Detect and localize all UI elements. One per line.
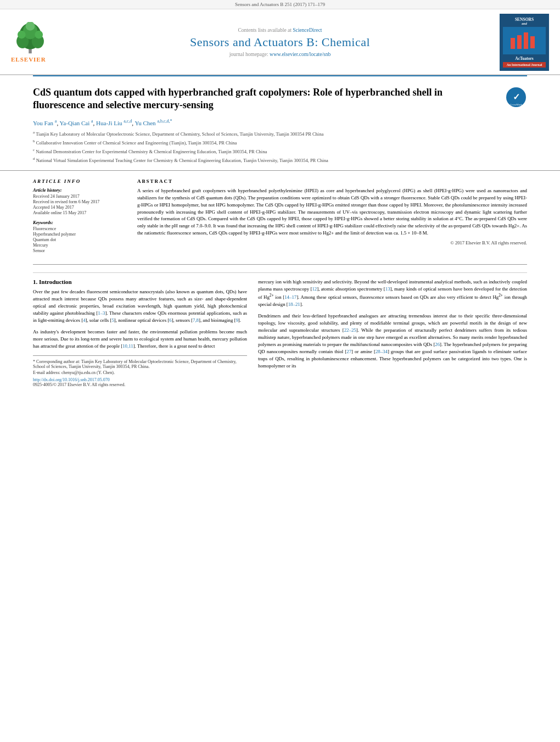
received-revised-date: Received in revised form 6 May 2017 — [33, 199, 126, 204]
article-title: CdS quantum dots capped with hyperbranch… — [33, 86, 497, 112]
affiliation-d: d National Virtual Simulation Experiment… — [33, 157, 527, 164]
sensors-logo: SENSORS and AcTuators An International J… — [500, 14, 549, 71]
ref-14-17[interactable]: 14–17 — [284, 294, 296, 300]
footnote-area: * Corresponding author at: Tianjin Key L… — [33, 355, 247, 387]
article-title-row: CdS quantum dots capped with hyperbranch… — [33, 86, 527, 112]
two-col-layout: 1. Introduction Over the past few decade… — [33, 278, 527, 387]
article-body: ARTICLE INFO Article history: Received 2… — [0, 171, 560, 393]
page: Sensors and Actuators B 251 (2017) 171–1… — [0, 0, 560, 742]
sciencedirect-prefix: Contents lists available at — [238, 27, 293, 33]
sensors-bottom-bar: An International Journal — [503, 62, 546, 68]
available-date: Available online 15 May 2017 — [33, 210, 126, 215]
ref-4[interactable]: 4 — [83, 317, 85, 323]
sciencedirect-link: Contents lists available at ScienceDirec… — [71, 27, 489, 33]
sensors-top-text: SENSORS — [503, 17, 546, 22]
sensors-icon-area — [503, 27, 546, 54]
affiliation-c-text: National Demonstration Center for Experi… — [36, 149, 267, 154]
svg-rect-11 — [530, 36, 535, 48]
keyword-4: Mercury — [33, 243, 126, 248]
doi-link[interactable]: http://dx.doi.org/10.1016/j.snb.2017.05.… — [33, 377, 110, 382]
ref-27[interactable]: 27 — [346, 349, 351, 354]
intro-para-2: As industry's development becomes faster… — [33, 328, 247, 350]
crossmark-logo-icon: ✓ CrossMark — [505, 86, 527, 108]
received-date: Received 24 January 2017 — [33, 194, 126, 199]
authors-line: You Fan a, Ya-Qian Cai a, Hua-Ji Liu a,c… — [33, 119, 527, 126]
svg-point-5 — [18, 31, 26, 39]
ref-13[interactable]: 13 — [385, 286, 390, 292]
col-left: 1. Introduction Over the past few decade… — [33, 278, 247, 387]
ref-12[interactable]: 12 — [312, 286, 317, 292]
keyword-2: Hyperbranched polymer — [33, 232, 126, 237]
footnote-corresponding: * Corresponding author at: Tianjin Key L… — [33, 359, 247, 369]
ref-28-34[interactable]: 28–34 — [376, 349, 388, 354]
issn-line: 0925-4005/© 2017 Elsevier B.V. All right… — [33, 382, 247, 387]
svg-point-6 — [35, 31, 43, 39]
affiliation-a-text: Tianjin Key Laboratory of Molecular Opto… — [36, 131, 323, 137]
ref-18-21[interactable]: 18–21 — [288, 302, 300, 307]
ref-10-11[interactable]: 10,11 — [122, 343, 133, 349]
info-abstract-row: ARTICLE INFO Article history: Received 2… — [33, 178, 527, 265]
affiliation-c: c National Demonstration Center for Expe… — [33, 148, 527, 155]
ref-6[interactable]: 6 — [169, 317, 171, 323]
keyword-5: Sensor — [33, 248, 126, 253]
doi-line: http://dx.doi.org/10.1016/j.snb.2017.05.… — [33, 377, 247, 382]
abstract-copyright: © 2017 Elsevier B.V. All rights reserved… — [137, 240, 527, 246]
col-right: mercury ion with high sensitivity and se… — [258, 278, 527, 387]
sensors-graphic-icon — [508, 30, 541, 52]
ref-26[interactable]: 26 — [435, 342, 440, 347]
sensors-and-text: and — [503, 22, 546, 25]
history-label: Article history: — [33, 187, 126, 193]
elsevier-logo: ELSEVIER — [11, 22, 71, 63]
section-divider — [33, 272, 527, 273]
author-yu-chen: Yu Chen — [135, 119, 155, 126]
citation-text: Sensors and Actuators B 251 (2017) 171–1… — [235, 2, 325, 7]
article-info: ARTICLE INFO Article history: Received 2… — [33, 178, 126, 258]
svg-rect-8 — [511, 38, 515, 49]
journal-title: Sensors and Actuators B: Chemical — [71, 35, 489, 49]
intro-heading: 1. Introduction — [33, 278, 247, 285]
ref-7-8[interactable]: 7,8 — [193, 317, 199, 323]
svg-text:CrossMark: CrossMark — [510, 103, 523, 106]
homepage-prefix: journal homepage: — [229, 52, 270, 57]
footnote-email: E-mail address: chenyu@tju.edu.cn (Y. Ch… — [33, 370, 247, 375]
affiliation-b: b Collaborative Innovation Center of Che… — [33, 139, 527, 147]
affiliation-a: a Tianjin Key Laboratory of Molecular Op… — [33, 130, 527, 138]
elsevier-logo-container: ELSEVIER — [11, 22, 71, 63]
affiliation-d-text: National Virtual Simulation Experimental… — [36, 157, 328, 163]
svg-rect-10 — [524, 32, 528, 49]
article-history: Article history: Received 24 January 201… — [33, 187, 126, 215]
keyword-1: Fluorescence — [33, 226, 126, 231]
article-header: CdS quantum dots capped with hyperbranch… — [0, 76, 560, 171]
ref-9[interactable]: 9 — [236, 317, 238, 323]
footnote-email-text: E-mail address: chenyu@tju.edu.cn (Y. Ch… — [33, 370, 115, 375]
author-you-fan: You Fan — [33, 119, 53, 126]
svg-rect-9 — [517, 35, 522, 49]
ref-1-3[interactable]: 1–3 — [98, 310, 105, 316]
keyword-3: Quantum dot — [33, 237, 126, 242]
ref-22-25[interactable]: 22–25 — [344, 327, 356, 333]
journal-header-center: Contents lists available at ScienceDirec… — [71, 27, 489, 57]
keywords-group: Keywords: Fluorescence Hyperbranched pol… — [33, 220, 126, 253]
sciencedirect-anchor[interactable]: ScienceDirect — [293, 27, 322, 33]
author-huaji-liu: Hua-Ji Liu — [96, 119, 122, 126]
svg-text:✓: ✓ — [513, 92, 520, 102]
abstract-section: ABSTRACT A series of hyperbranched graft… — [137, 178, 527, 258]
sensors-logo-container: SENSORS and AcTuators An International J… — [489, 14, 549, 71]
intro-para-1: Over the past few decades fluorescent se… — [33, 288, 247, 324]
article-info-title: ARTICLE INFO — [33, 178, 126, 184]
elsevier-wordmark: ELSEVIER — [11, 56, 46, 63]
citation-bar: Sensors and Actuators B 251 (2017) 171–1… — [0, 0, 560, 9]
affiliations: a Tianjin Key Laboratory of Molecular Op… — [33, 130, 527, 164]
elsevier-tree-icon — [11, 22, 49, 55]
abstract-text: A series of hyperbranched graft copolyme… — [137, 187, 527, 236]
footnote-corresponding-text: * Corresponding author at: Tianjin Key L… — [33, 359, 237, 369]
intro-para-3: mercury ion with high sensitivity and se… — [258, 278, 527, 308]
sensors-actuators-text: AcTuators — [503, 56, 546, 61]
homepage-link[interactable]: www.elsevier.com/locate/snb — [270, 52, 331, 57]
journal-homepage: journal homepage: www.elsevier.com/locat… — [71, 52, 489, 57]
ref-5[interactable]: 5 — [111, 317, 114, 323]
accepted-date: Accepted 14 May 2017 — [33, 205, 126, 210]
affiliation-b-text: Collaborative Innovation Center of Chemi… — [36, 140, 237, 146]
header: ELSEVIER Contents lists available at Sci… — [0, 9, 560, 75]
abstract-title: ABSTRACT — [137, 178, 527, 184]
